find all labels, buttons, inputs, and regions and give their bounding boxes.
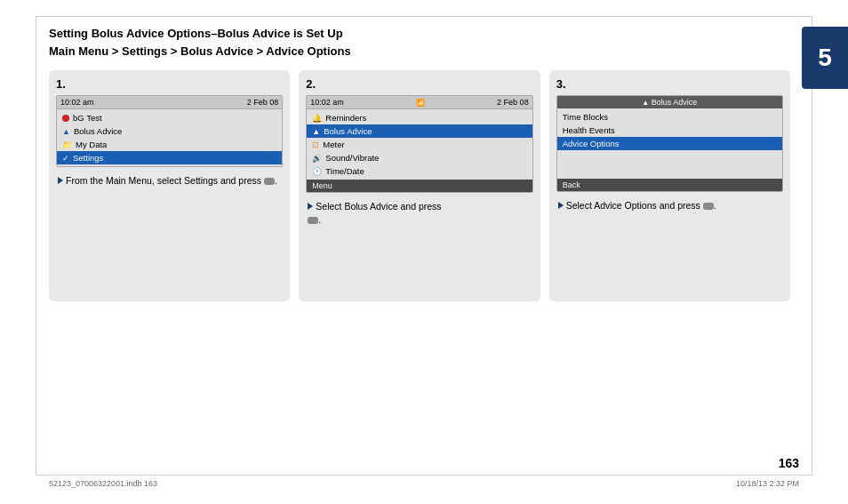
screen-1-row-bg: bG Test — [57, 111, 282, 124]
step-1-desc-suffix: . — [275, 175, 277, 186]
advice-label: Advice Options — [563, 139, 620, 148]
step-3-screen: ▲ Bolus Advice Time Blocks Health Events… — [556, 95, 783, 192]
bg-icon — [62, 115, 69, 122]
step-1-arrow-icon — [58, 177, 63, 184]
title-section: Setting Bolus Advice Options–Bolus Advic… — [49, 25, 790, 60]
screen-3-row-health: Health Events — [557, 124, 782, 137]
bolus-icon: ▲ — [62, 127, 70, 136]
screen-1-row-bolus: ▲ Bolus Advice — [57, 124, 282, 138]
mydata-label: My Data — [76, 140, 107, 149]
screen-3-title-text: Bolus Advice — [652, 98, 698, 107]
screen-2-body: 🔔 Reminders ▲ Bolus Advice ⊡ Meter 🔊 Sou… — [307, 109, 532, 180]
step-2-screen: 10:02 am 📶 2 Feb 08 🔔 Reminders ▲ Bolus … — [306, 95, 532, 193]
timeblocks-label: Time Blocks — [563, 112, 608, 122]
meter-label: Meter — [323, 140, 344, 149]
step-3-panel: 3. ▲ Bolus Advice Time Blocks Health Eve… — [549, 70, 790, 301]
title-line2: Main Menu > Settings > Bolus Advice > Ad… — [49, 43, 790, 60]
step-3-button-icon — [703, 203, 714, 210]
step-3-desc: Select Advice Options and press . — [556, 199, 783, 212]
screen-3-row-timeblocks: Time Blocks — [557, 110, 782, 124]
bolus2-icon: ▲ — [312, 127, 320, 136]
page-border-bottom — [36, 475, 812, 476]
step-3-desc-suffix: . — [714, 200, 716, 211]
screen-2-signal: 📶 — [416, 99, 425, 107]
bg-label: bG Test — [73, 113, 102, 123]
screen-2-time: 10:02 am — [310, 98, 344, 107]
screen-2-row-meter: ⊡ Meter — [307, 138, 532, 151]
steps-container: 1. 10:02 am 2 Feb 08 bG Test ▲ Bolus Adv… — [49, 70, 790, 301]
menu-label: Menu — [312, 181, 332, 190]
chapter-tab: 5 — [802, 27, 848, 89]
screen-3-body: Time Blocks Health Events Advice Options — [557, 108, 782, 179]
chapter-number: 5 — [818, 44, 832, 72]
screen-2-footer: Menu — [307, 180, 532, 192]
screen-3-title: ▲ Bolus Advice — [557, 96, 782, 108]
health-label: Health Events — [563, 125, 615, 135]
screen-1-time: 10:02 am — [60, 98, 94, 107]
footer-right: 10/18/13 2:32 PM — [736, 479, 799, 488]
step-1-desc: From the Main Menu, select Settings and … — [56, 174, 283, 188]
sound-label: Sound/Vibrate — [325, 153, 379, 163]
sound-icon: 🔊 — [312, 154, 322, 163]
title-line1: Setting Bolus Advice Options–Bolus Advic… — [49, 25, 790, 43]
screen-3-footer: Back — [557, 179, 782, 191]
reminders-icon: 🔔 — [312, 114, 322, 123]
screen-3-row-advice: Advice Options — [557, 137, 782, 150]
step-1-panel: 1. 10:02 am 2 Feb 08 bG Test ▲ Bolus Adv… — [49, 70, 290, 301]
step-3-number: 3. — [556, 77, 783, 91]
time-label: Time/Date — [325, 166, 364, 176]
step-1-desc-text: From the Main Menu, select Settings and … — [66, 175, 261, 186]
settings-label: Settings — [73, 153, 103, 163]
step-2-number: 2. — [306, 77, 532, 91]
step-2-button-icon — [308, 217, 318, 224]
screen-2-row-time: 🕐 Time/Date — [307, 164, 532, 178]
screen-2-row-reminders: 🔔 Reminders — [307, 111, 532, 124]
step-2-desc-text: Select Bolus Advice and press — [316, 201, 441, 212]
step-1-screen: 10:02 am 2 Feb 08 bG Test ▲ Bolus Advice… — [56, 95, 283, 167]
screen-3-row-empty1 — [557, 150, 782, 164]
settings-icon: ✓ — [62, 154, 69, 163]
screen-2-row-bolus: ▲ Bolus Advice — [307, 124, 532, 138]
meter-icon: ⊡ — [312, 140, 319, 149]
step-1-number: 1. — [56, 77, 283, 91]
page-number: 163 — [779, 456, 799, 470]
step-2-arrow-icon — [308, 203, 313, 210]
step-2-desc: Select Bolus Advice and press . — [306, 200, 532, 226]
screen-1-body: bG Test ▲ Bolus Advice 📁 My Data ✓ Setti… — [57, 109, 282, 166]
step-3-arrow-icon — [558, 202, 564, 209]
step-1-button-icon — [264, 178, 275, 185]
back-label: Back — [563, 180, 580, 189]
screen-2-date: 2 Feb 08 — [497, 98, 529, 107]
main-content: Setting Bolus Advice Options–Bolus Advic… — [49, 25, 790, 301]
mydata-icon: 📁 — [62, 140, 72, 149]
bolus-advice-icon: ▲ — [642, 99, 649, 107]
page-border-top — [36, 16, 812, 17]
footer-left: 52123_07006322001.indb 163 — [49, 479, 157, 488]
reminders-label: Reminders — [325, 113, 366, 123]
step-2-panel: 2. 10:02 am 📶 2 Feb 08 🔔 Reminders ▲ Bol… — [299, 70, 540, 301]
screen-1-row-settings: ✓ Settings — [57, 151, 282, 164]
screen-1-row-mydata: 📁 My Data — [57, 138, 282, 151]
bolus2-label: Bolus Advice — [324, 126, 372, 136]
screen-2-row-sound: 🔊 Sound/Vibrate — [307, 151, 532, 164]
screen-3-row-empty2 — [557, 164, 782, 177]
bolus-label: Bolus Advice — [74, 126, 122, 136]
time-icon: 🕐 — [312, 167, 322, 176]
screen-1-date: 2 Feb 08 — [247, 98, 279, 107]
screen-2-header: 10:02 am 📶 2 Feb 08 — [307, 96, 532, 109]
screen-1-header: 10:02 am 2 Feb 08 — [57, 96, 282, 109]
step-3-desc-text: Select Advice Options and press — [566, 200, 700, 211]
step-2-desc-suffix: . — [318, 214, 321, 225]
page-border-left — [36, 16, 36, 476]
